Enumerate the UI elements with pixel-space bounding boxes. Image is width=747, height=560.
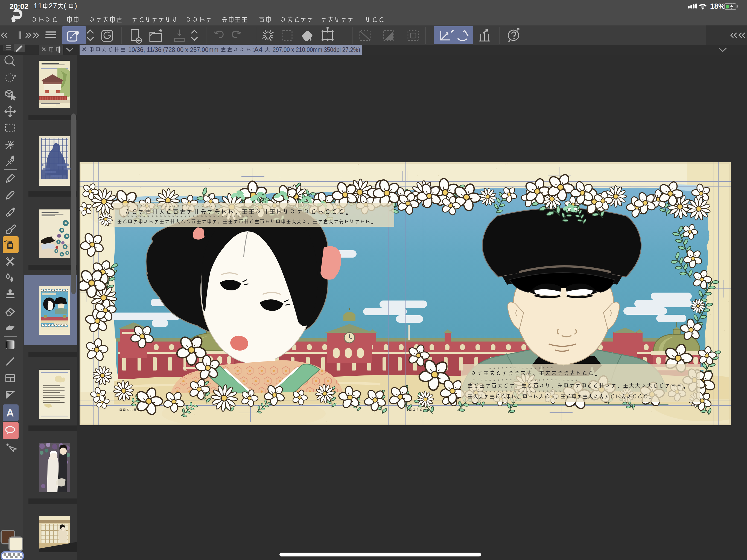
svg-text:2: 2 <box>49 2 52 10</box>
svg-text:1: 1 <box>38 2 42 10</box>
svg-text:(: ( <box>64 2 66 10</box>
svg-text:1: 1 <box>34 2 37 10</box>
svg-text::A4: :A4 <box>252 46 262 53</box>
svg-text:20:02: 20:02 <box>9 2 28 11</box>
svg-text:297.00 x 210.00mm 350dpi 27.2%: 297.00 x 210.00mm 350dpi 27.2%) <box>273 46 360 53</box>
svg-text:10/36, 11/36 (728.00 x 257.00m: 10/36, 11/36 (728.00 x 257.00mm <box>128 46 218 53</box>
svg-text:7: 7 <box>53 2 57 10</box>
svg-text:): ) <box>75 2 77 10</box>
svg-text:18%: 18% <box>710 2 725 10</box>
svg-text:A: A <box>6 407 14 418</box>
